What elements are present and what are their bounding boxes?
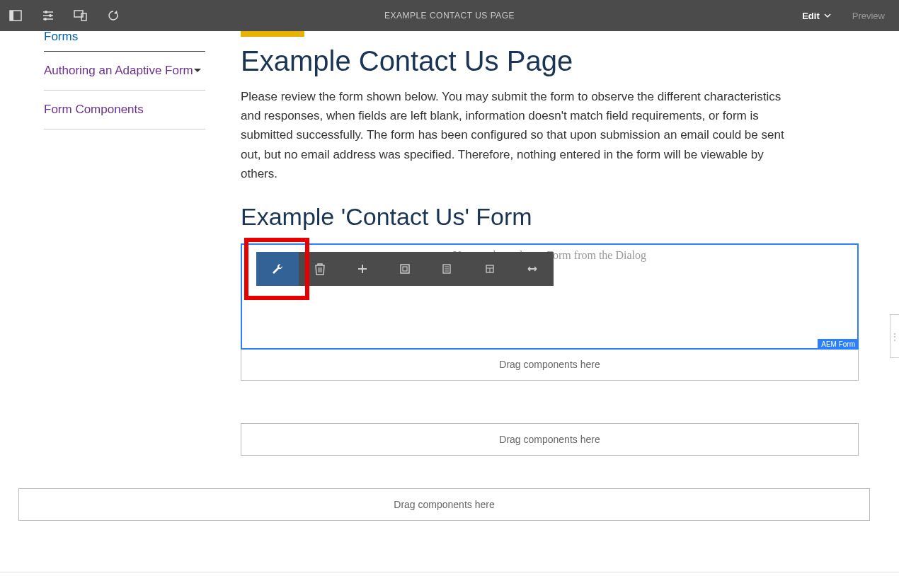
- svg-rect-1: [10, 11, 13, 21]
- group-icon[interactable]: [384, 252, 426, 286]
- svg-point-6: [49, 14, 52, 17]
- refresh-icon[interactable]: [105, 7, 122, 24]
- aem-form-badge: AEM Form: [818, 339, 859, 350]
- page-title-toolbar: EXAMPLE CONTACT US PAGE: [384, 11, 515, 21]
- chevron-down-icon: [824, 12, 831, 19]
- drop-zone-full[interactable]: Drag components here: [18, 488, 870, 521]
- sidebar-item-authoring[interactable]: Authoring an Adaptive Form: [44, 52, 205, 91]
- svg-rect-15: [401, 265, 409, 273]
- main-content: Example Contact Us Page Please review th…: [205, 31, 899, 572]
- app-toolbar: EXAMPLE CONTACT US PAGE Edit Preview: [0, 0, 899, 31]
- page-description: Please review the form shown below. You …: [241, 87, 800, 183]
- sidebar-item-components[interactable]: Form Components: [44, 91, 205, 129]
- add-icon[interactable]: [341, 252, 384, 286]
- svg-point-5: [45, 11, 47, 13]
- drop-zone-inner[interactable]: Drag components here: [241, 349, 858, 380]
- edit-mode-button[interactable]: Edit: [802, 11, 831, 21]
- chevron-down-icon: [194, 69, 201, 72]
- accent-bar: [241, 31, 304, 37]
- panel-toggle-icon[interactable]: [7, 7, 24, 24]
- drop-zone-label: Drag components here: [241, 424, 858, 455]
- sidebar-item-label: Form Components: [44, 101, 144, 118]
- sidebar-heading: Forms: [44, 30, 205, 52]
- svg-point-7: [44, 18, 47, 21]
- preview-button[interactable]: Preview: [852, 11, 885, 21]
- drag-handle-icon: [891, 330, 899, 342]
- side-panel-handle[interactable]: [890, 314, 899, 358]
- edit-label: Edit: [802, 11, 820, 21]
- drop-zone-mid[interactable]: Drag components here: [241, 423, 859, 456]
- page-heading: Example Contact Us Page: [241, 45, 885, 77]
- svg-rect-16: [403, 267, 407, 271]
- devices-icon[interactable]: [72, 7, 89, 24]
- delete-icon[interactable]: [299, 252, 341, 286]
- sidebar-item-label: Authoring an Adaptive Form: [44, 62, 193, 79]
- drop-zone-label: Drag components here: [19, 489, 869, 520]
- copy-icon[interactable]: [426, 252, 469, 286]
- wrench-icon[interactable]: [256, 252, 299, 286]
- component-toolbar: [256, 252, 554, 286]
- section-heading: Example 'Contact Us' Form: [241, 203, 885, 231]
- expand-icon[interactable]: [511, 252, 554, 286]
- sliders-icon[interactable]: [40, 7, 57, 24]
- parent-icon[interactable]: [469, 252, 511, 286]
- content-area: Forms Authoring an Adaptive Form Form Co…: [0, 31, 899, 572]
